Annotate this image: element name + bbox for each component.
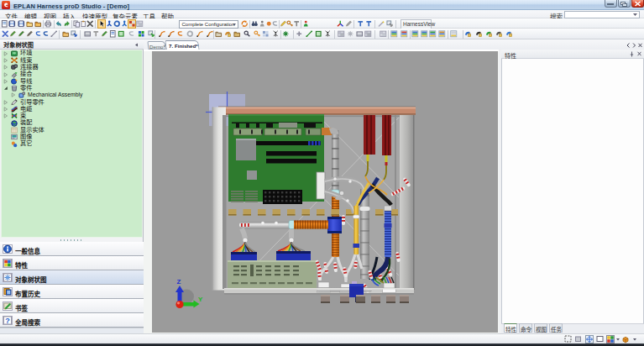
- svg-text:Z: Z: [177, 278, 181, 286]
- svg-text:?: ?: [5, 317, 10, 325]
- svg-text:Y: Y: [198, 296, 203, 303]
